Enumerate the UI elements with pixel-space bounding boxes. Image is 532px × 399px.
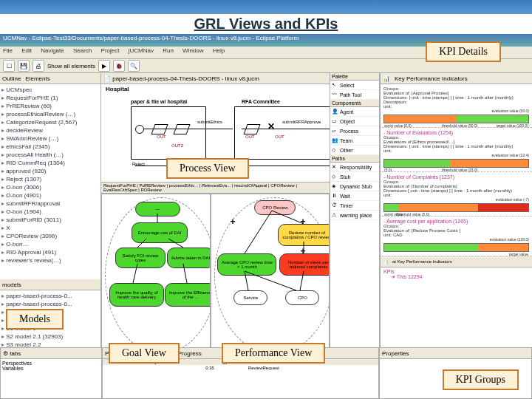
- sub-editor-tabs[interactable]: RequestForPHE | PdREReview | processEthi…: [101, 183, 330, 194]
- tree-item[interactable]: O-bon (3006): [1, 183, 99, 191]
- kpi-eval-value: evaluation value (-7): [383, 197, 529, 202]
- grl-softgoal[interactable]: —: [135, 202, 180, 216]
- kpi-groups-tree[interactable]: KPIs ➜ This 12294: [381, 267, 532, 282]
- outline-tabs[interactable]: Outline Elements: [0, 73, 100, 84]
- palette-stub[interactable]: ◇Stub: [330, 172, 379, 182]
- tree-item[interactable]: PrREReview (60): [1, 102, 99, 110]
- debug-icon[interactable]: 🐞: [113, 60, 125, 72]
- tree-item[interactable]: S2 model 2.1 (32903): [1, 332, 99, 341]
- kpi-bar: worst value (0.0) target value (100.0) t…: [383, 115, 529, 123]
- tab-elements[interactable]: Elements: [25, 75, 50, 82]
- tree-item[interactable]: X: [1, 224, 99, 232]
- kpi-leaf[interactable]: ➜ This 12294: [383, 274, 529, 280]
- tree-item[interactable]: RID CommReq (1304): [1, 159, 99, 167]
- start-point-icon[interactable]: [135, 125, 144, 134]
- window-decoration: [0, 0, 532, 14]
- palette-agent[interactable]: 👤Agent: [330, 107, 379, 117]
- kpi-entry: - Number of Complaints (1237) Groups: Ev…: [381, 172, 532, 216]
- menu-navigate[interactable]: Navigate: [41, 47, 64, 54]
- save-icon[interactable]: 💾: [18, 60, 30, 72]
- run-icon[interactable]: ▶: [98, 60, 110, 72]
- palette-other[interactable]: ◇Other: [330, 146, 379, 155]
- tree-item[interactable]: Reject (1307): [1, 175, 99, 183]
- palette-section: Paths: [330, 155, 379, 163]
- tree-item[interactable]: paper-based-process-0...: [1, 300, 99, 308]
- category-perspectives[interactable]: Perspectives: [2, 361, 100, 366]
- menu-window[interactable]: Window: [183, 47, 203, 54]
- tree-item[interactable]: O-bon (4901): [1, 191, 99, 200]
- tree-item[interactable]: submitForRID (3011): [1, 216, 99, 224]
- kpi-entry: Groups: Evaluation of: [Approval Process…: [381, 84, 532, 128]
- actor-hospital: Hospital: [101, 84, 330, 94]
- tree-item[interactable]: approved (920): [1, 167, 99, 175]
- menu-help[interactable]: Help: [213, 47, 225, 54]
- tree-item[interactable]: ethicsFail (2345): [1, 143, 99, 151]
- tree-item[interactable]: CategorizeRequest (2,567): [1, 118, 99, 126]
- tree-item[interactable]: decideReview: [1, 126, 99, 134]
- menu-run[interactable]: Run: [163, 47, 174, 54]
- kpi-entry: - Average cost per application (1265) Gr…: [381, 216, 532, 256]
- tree-item[interactable]: reviewer's review(…): [1, 256, 99, 265]
- tree-item[interactable]: SWAdmReview (…): [1, 134, 99, 143]
- palette-timer[interactable]: ⏱Timer: [330, 201, 379, 211]
- grl-indicator[interactable]: Number of views per reduced complaints: [279, 253, 330, 276]
- callout-models: Models: [6, 309, 64, 330]
- tree-item[interactable]: RequestForPHE (1): [1, 94, 99, 102]
- kpi-groups-tab[interactable]: 📑 at Key Performance Indicators: [381, 256, 532, 267]
- tab-outline[interactable]: Outline: [2, 75, 21, 82]
- tree-item[interactable]: RID Approval (491): [1, 248, 99, 256]
- proc-committee: RFA Committee: [242, 99, 280, 104]
- out-label: OUT: [275, 134, 284, 139]
- pane-tabs[interactable]: ⚙ tabs: [1, 348, 101, 359]
- address-field[interactable]: Show all elements: [47, 63, 95, 69]
- tree-item[interactable]: processEthicalReview (…): [1, 110, 99, 118]
- grl-indicator[interactable]: Reduce number of complaints / CPO review: [278, 224, 330, 246]
- kpi-eval-value: evaluation value (22.4): [383, 153, 529, 157]
- palette-select[interactable]: ↖Select: [330, 81, 379, 90]
- kpi-bar: (5.0) threshold value (23.0): [383, 159, 529, 168]
- tree-item[interactable]: paper-based-process-0...: [1, 292, 99, 300]
- palette-dynstub[interactable]: ◈Dynamic Stub: [330, 182, 379, 191]
- grl-softgoal[interactable]: Advice taken in DAI: [167, 248, 211, 268]
- grl-softgoal[interactable]: Satisfy FOI review types: [115, 248, 166, 268]
- grl-indicator[interactable]: Average CPO review time < 1 month: [217, 253, 276, 276]
- search-icon[interactable]: 🔍: [128, 60, 140, 72]
- callout-kpi-details: KPI Details: [426, 41, 501, 62]
- palette-warn[interactable]: ⚠warning place: [330, 211, 379, 220]
- tree-item[interactable]: submitRFR/approval: [1, 200, 99, 208]
- menu-search[interactable]: Search: [73, 47, 92, 54]
- palette-object[interactable]: ▭Object: [330, 117, 379, 126]
- grl-resource[interactable]: CPO: [285, 290, 319, 305]
- grl-softgoal[interactable]: Improve the quality of health care deliv…: [109, 283, 164, 307]
- kpis-folder[interactable]: KPIs: [383, 269, 529, 274]
- callout-perf-view: Performance View: [222, 343, 325, 364]
- grl-goal[interactable]: CPO Review: [254, 200, 296, 215]
- tree-item[interactable]: UCMspec: [1, 86, 99, 94]
- palette-responsibility[interactable]: ✕Responsibility: [330, 163, 379, 172]
- palette-header: Palette: [330, 73, 379, 81]
- menu-project[interactable]: Project: [101, 47, 120, 54]
- tree-item[interactable]: O-bon (1904): [1, 208, 99, 216]
- grl-softgoal[interactable]: Encourage use of DAI: [132, 222, 188, 243]
- palette-wait[interactable]: ⏸Wait: [330, 191, 379, 201]
- palette-team[interactable]: 👥Team: [330, 136, 379, 146]
- new-icon[interactable]: ☐: [3, 60, 15, 72]
- grl-softgoal[interactable]: Improve the Efficiency of the …: [165, 283, 211, 307]
- grl-resource[interactable]: Service: [233, 290, 267, 305]
- responsibility-icon[interactable]: ✕: [267, 121, 275, 132]
- model-tree[interactable]: UCMspec RequestForPHE (1) PrREReview (60…: [0, 84, 100, 279]
- palette-path[interactable]: 〰Path Tool: [330, 90, 379, 100]
- menu-jucmnav[interactable]: jUCMNav: [129, 47, 154, 54]
- print-icon[interactable]: 🖨: [33, 60, 44, 72]
- palette-process[interactable]: ▱Process: [330, 126, 379, 136]
- tree-item[interactable]: CPOReview (3096): [1, 232, 99, 240]
- menu-edit[interactable]: Edit: [21, 47, 32, 54]
- editor-tab[interactable]: 📄 paper-based-process-04-Thesis-DOORS - …: [101, 73, 330, 84]
- kpi-tab[interactable]: 📊 Key Performance Indicators: [381, 73, 532, 84]
- pane-tabs[interactable]: Properties: [380, 348, 531, 359]
- tree-item[interactable]: processAll Health (…): [1, 151, 99, 159]
- menu-file[interactable]: File: [3, 47, 13, 54]
- tree-item[interactable]: O-bon…: [1, 240, 99, 248]
- out-label: OUT2: [171, 143, 183, 148]
- category-variables[interactable]: Variables: [2, 366, 100, 371]
